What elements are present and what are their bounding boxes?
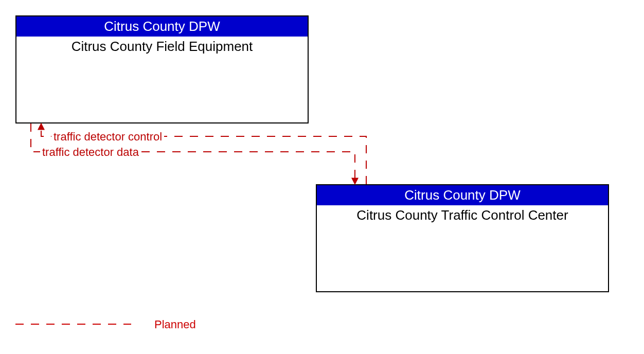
legend-label-planned: Planned — [154, 318, 196, 331]
node-traffic-control-center-title: Citrus County Traffic Control Center — [317, 205, 608, 225]
flow-label-traffic-detector-control: traffic detector control — [51, 130, 164, 144]
node-traffic-control-center-header: Citrus County DPW — [317, 185, 608, 205]
node-field-equipment-header: Citrus County DPW — [16, 16, 308, 37]
node-field-equipment: Citrus County DPW Citrus County Field Eq… — [15, 15, 309, 123]
node-field-equipment-title: Citrus County Field Equipment — [16, 37, 308, 57]
flow-label-traffic-detector-data: traffic detector data — [40, 146, 141, 159]
node-traffic-control-center: Citrus County DPW Citrus County Traffic … — [316, 184, 609, 292]
